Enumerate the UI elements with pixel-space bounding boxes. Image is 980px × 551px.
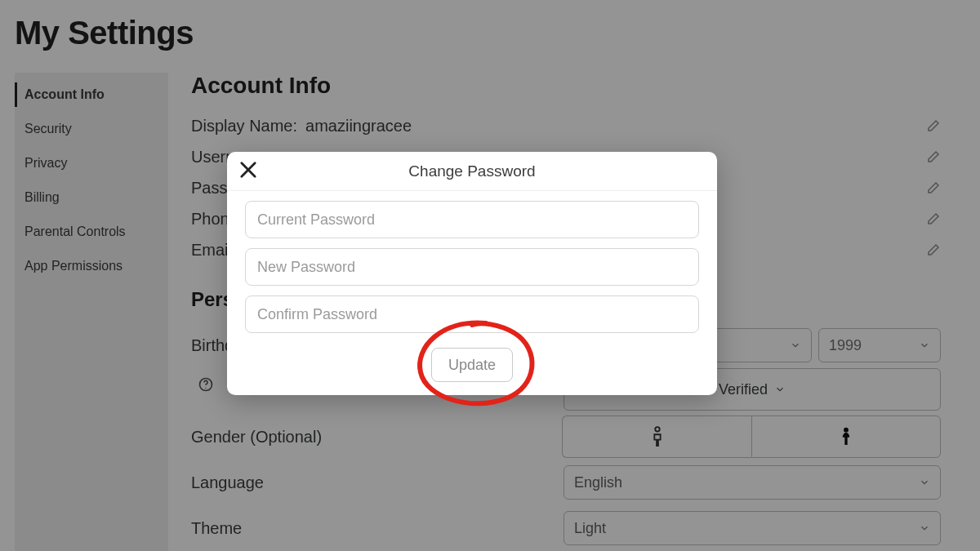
close-icon[interactable]: [237, 158, 260, 181]
new-password-input[interactable]: [245, 248, 699, 286]
change-password-modal: Change Password Update: [227, 152, 717, 395]
modal-title: Change Password: [408, 162, 535, 180]
confirm-password-input[interactable]: [245, 295, 699, 333]
update-button[interactable]: Update: [431, 348, 513, 382]
current-password-input[interactable]: [245, 201, 699, 238]
